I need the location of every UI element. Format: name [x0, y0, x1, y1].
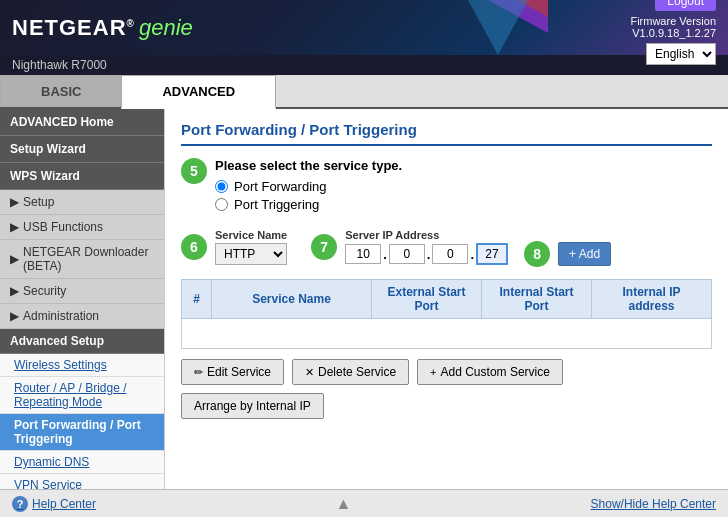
ip-dot-3: . — [470, 247, 474, 262]
help-center-label: Help Center — [32, 497, 96, 511]
sidebar-link-wireless[interactable]: Wireless Settings — [0, 354, 164, 377]
arrange-by-ip-button[interactable]: Arrange by Internal IP — [181, 393, 324, 419]
col-header-ip: Internal IP address — [592, 280, 712, 319]
sidebar-group-downloader[interactable]: ▶ NETGEAR Downloader (BETA) — [0, 240, 164, 279]
sidebar-group-setup-label: Setup — [23, 195, 54, 209]
radio-port-triggering[interactable]: Port Triggering — [215, 197, 402, 212]
header: NETGEAR® genie Logout Firmware Version V… — [0, 0, 728, 55]
circle-7: 7 — [311, 234, 337, 260]
logout-button[interactable]: Logout — [655, 0, 716, 11]
arrow-icon: ▶ — [10, 252, 19, 266]
show-hide-help-link[interactable]: Show/Hide Help Center — [591, 497, 716, 511]
tab-basic[interactable]: BASIC — [0, 75, 121, 107]
ip-octet-4[interactable] — [476, 243, 508, 265]
sidebar-group-setup[interactable]: ▶ Setup — [0, 190, 164, 215]
logo-area: NETGEAR® genie — [12, 15, 193, 41]
logo-netgear: NETGEAR® — [12, 15, 135, 41]
arrange-label: Arrange by Internal IP — [194, 399, 311, 413]
sidebar: ADVANCED Home Setup Wizard WPS Wizard ▶ … — [0, 109, 165, 489]
question-icon: ? — [12, 496, 28, 512]
circle-5: 5 — [181, 158, 207, 184]
firmware-info: Firmware Version V1.0.9.18_1.2.27 — [630, 15, 716, 39]
ip-dot-1: . — [383, 247, 387, 262]
reg-symbol: ® — [127, 17, 135, 28]
service-configuration-row: 6 Service Name HTTP HTTPS FTP SSH Telnet… — [181, 227, 712, 267]
content-area: Port Forwarding / Port Triggering 5 Plea… — [165, 109, 728, 489]
service-name-label: Service Name — [215, 229, 287, 241]
col-header-service-name: Service Name — [212, 280, 372, 319]
sidebar-link-vpn[interactable]: VPN Service — [0, 474, 164, 489]
add-button[interactable]: + Add — [558, 242, 611, 266]
col-header-ext-port: External Start Port — [372, 280, 482, 319]
sidebar-item-setup-wizard[interactable]: Setup Wizard — [0, 136, 164, 163]
service-type-label: Please select the service type. — [215, 158, 402, 173]
add-custom-service-label: Add Custom Service — [441, 365, 550, 379]
col-header-hash: # — [182, 280, 212, 319]
service-name-group: Service Name HTTP HTTPS FTP SSH Telnet S… — [215, 229, 287, 265]
sidebar-link-ddns[interactable]: Dynamic DNS — [0, 451, 164, 474]
footer: ? Help Center ▲ Show/Hide Help Center — [0, 489, 728, 517]
tab-advanced[interactable]: ADVANCED — [121, 75, 276, 109]
language-dropdown[interactable]: English — [646, 43, 716, 65]
sidebar-advanced-header: Advanced Setup — [0, 329, 164, 354]
page-title: Port Forwarding / Port Triggering — [181, 121, 712, 146]
sidebar-group-downloader-label: NETGEAR Downloader (BETA) — [23, 245, 154, 273]
tab-bar: BASIC ADVANCED — [0, 75, 728, 109]
svg-marker-2 — [468, 0, 528, 55]
radio-port-forwarding-label: Port Forwarding — [234, 179, 326, 194]
add-custom-service-button[interactable]: + Add Custom Service — [417, 359, 563, 385]
service-type-content: Please select the service type. Port For… — [215, 158, 402, 215]
sidebar-item-wps-wizard[interactable]: WPS Wizard — [0, 163, 164, 190]
sidebar-item-advanced-home[interactable]: ADVANCED Home — [0, 109, 164, 136]
sidebar-group-admin[interactable]: ▶ Administration — [0, 304, 164, 329]
main-layout: ADVANCED Home Setup Wizard WPS Wizard ▶ … — [0, 109, 728, 489]
delete-icon: ✕ — [305, 366, 314, 379]
service-name-dropdown[interactable]: HTTP HTTPS FTP SSH Telnet SMTP — [215, 243, 287, 265]
logo-decoration — [468, 0, 548, 55]
delete-service-label: Delete Service — [318, 365, 396, 379]
sidebar-group-security[interactable]: ▶ Security — [0, 279, 164, 304]
brand-text: NETGEAR — [12, 15, 127, 40]
radio-port-forwarding-input[interactable] — [215, 180, 228, 193]
sidebar-group-security-label: Security — [23, 284, 66, 298]
ip-address-group: Server IP Address . . . — [345, 229, 508, 265]
help-center-link[interactable]: ? Help Center — [12, 496, 96, 512]
ip-octet-2[interactable] — [389, 244, 425, 264]
model-label: Nighthawk R7000 — [12, 58, 107, 72]
arrow-icon: ▶ — [10, 284, 19, 298]
arrow-icon: ▶ — [10, 220, 19, 234]
sidebar-link-port-forwarding[interactable]: Port Forwarding / Port Triggering — [0, 414, 164, 451]
table-row-empty — [182, 319, 712, 349]
arrow-icon: ▶ — [10, 309, 19, 323]
radio-port-triggering-label: Port Triggering — [234, 197, 319, 212]
delete-service-button[interactable]: ✕ Delete Service — [292, 359, 409, 385]
col-header-int-port: Internal Start Port — [482, 280, 592, 319]
service-table: # Service Name External Start Port Inter… — [181, 279, 712, 349]
sidebar-group-admin-label: Administration — [23, 309, 99, 323]
sidebar-group-usb[interactable]: ▶ USB Functions — [0, 215, 164, 240]
sidebar-link-router-mode[interactable]: Router / AP / Bridge / Repeating Mode — [0, 377, 164, 414]
ip-label: Server IP Address — [345, 229, 508, 241]
sidebar-group-usb-label: USB Functions — [23, 220, 103, 234]
ip-octet-1[interactable] — [345, 244, 381, 264]
circle-8: 8 — [524, 241, 550, 267]
footer-divider: ▲ — [335, 495, 351, 513]
add-icon: + — [430, 366, 436, 378]
edit-service-button[interactable]: ✏ Edit Service — [181, 359, 284, 385]
header-right: Logout Firmware Version V1.0.9.18_1.2.27… — [630, 0, 716, 65]
ip-octet-3[interactable] — [432, 244, 468, 264]
circle-6: 6 — [181, 234, 207, 260]
action-buttons: ✏ Edit Service ✕ Delete Service + Add Cu… — [181, 359, 712, 419]
language-selector[interactable]: English — [646, 43, 716, 65]
radio-port-triggering-input[interactable] — [215, 198, 228, 211]
logo-genie: genie — [139, 15, 193, 41]
edit-service-label: Edit Service — [207, 365, 271, 379]
service-type-section: 5 Please select the service type. Port F… — [181, 158, 712, 215]
radio-port-forwarding[interactable]: Port Forwarding — [215, 179, 402, 194]
ip-fields: . . . — [345, 243, 508, 265]
model-subheader: Nighthawk R7000 — [0, 55, 728, 75]
arrow-icon: ▶ — [10, 195, 19, 209]
ip-dot-2: . — [427, 247, 431, 262]
edit-icon: ✏ — [194, 366, 203, 379]
